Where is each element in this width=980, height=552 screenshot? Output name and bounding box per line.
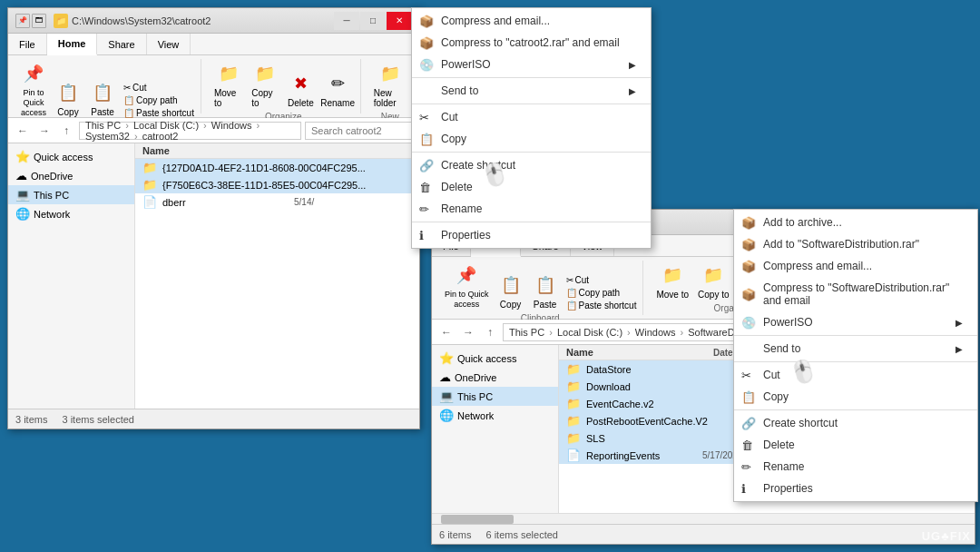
status-items2: 6 items — [439, 529, 471, 540]
cm1-properties[interactable]: ℹ Properties — [412, 224, 651, 246]
organize-items: 📁 Move to 📁 Copy to ✖ Delete ✏ Rename — [211, 59, 357, 110]
sidebar-label-thispc2: This PC — [457, 391, 493, 402]
moveto-btn2[interactable]: 📁 Move to — [652, 261, 692, 301]
sidebar-item-thispc2[interactable]: 💻 This PC — [432, 387, 558, 406]
copypath-btn2[interactable]: 📋 Copy path — [564, 287, 640, 299]
cm2-add-archive[interactable]: 📦 Add to archive... — [734, 212, 977, 233]
copypath-btn1[interactable]: 📋 Copy path — [121, 94, 197, 106]
pin-to-quickaccess-btn[interactable]: 📌 Pin to Quick access — [17, 59, 50, 119]
folder-icon2-3: 📁 — [566, 397, 581, 410]
pin-label2: Pin to Quickaccess — [445, 290, 489, 310]
hscroll2[interactable] — [432, 513, 975, 524]
up-btn2[interactable]: ↑ — [481, 323, 499, 341]
copyto-btn2[interactable]: 📁 Copy to — [694, 261, 732, 301]
pin-label: Pin to Quick access — [21, 88, 46, 117]
delete-btn1[interactable]: ✖ Delete — [284, 69, 317, 110]
cm1-delete[interactable]: 🗑 Delete — [412, 176, 651, 198]
copyto-btn1[interactable]: 📁 Copy to — [248, 59, 282, 110]
onedrive-icon1: ☁ — [15, 169, 27, 182]
tab-file1[interactable]: File — [8, 34, 47, 54]
quick-access-btn[interactable]: 📌 — [15, 14, 30, 28]
sidebar-item-onedrive2[interactable]: ☁ OneDrive — [432, 368, 558, 387]
cm1-label-2: PowerISO — [441, 58, 491, 71]
sidebar-item-network1[interactable]: 🌐 Network — [8, 204, 134, 223]
sidebar-item-network2[interactable]: 🌐 Network — [432, 406, 558, 425]
cm1-poweriso[interactable]: 💿 PowerISO ▶ — [412, 54, 651, 75]
cm1-sendto[interactable]: Send to ▶ — [412, 80, 651, 102]
cm1-copy[interactable]: 📋 Copy — [412, 128, 651, 150]
copyto-label2: Copy to — [698, 290, 729, 300]
cm2-createshortcut[interactable]: 🔗 Create shortcut — [734, 412, 977, 434]
cm2-add-rar[interactable]: 📦 Add to "SoftwareDistribution.rar" — [734, 233, 977, 255]
file-name-2: {F750E6C3-38EE-11D1-85E5-00C04FC295... — [162, 180, 412, 191]
file-row-2[interactable]: 📁 {F750E6C3-38EE-11D1-85E5-00C04FC295... — [135, 176, 419, 193]
cm1-label-3: Send to — [441, 84, 478, 97]
file-name2-2: Download — [586, 381, 757, 392]
clipboard-col: ✂ Cut 📋 Copy path 📋 Paste shortcut — [121, 82, 197, 119]
moveto-btn1[interactable]: 📁 Move to — [211, 59, 246, 110]
folder-icon-2: 📁 — [142, 178, 157, 192]
copy-btn1[interactable]: 📋 Copy — [52, 78, 84, 119]
cm1-icon-copy: 📋 — [419, 133, 434, 146]
cm1-compress-email[interactable]: 📦 Compress and email... — [412, 10, 651, 32]
cm1-compress-catroot-email[interactable]: 📦 Compress to "catroot2.rar" and email — [412, 32, 651, 54]
cm2-compress-email[interactable]: 📦 Compress and email... — [734, 255, 977, 277]
cm2-properties[interactable]: ℹ Properties — [734, 478, 977, 499]
rename-btn1[interactable]: ✏ Rename — [318, 69, 356, 110]
tab-home1[interactable]: Home — [47, 34, 98, 55]
ribbon-body1: 📌 Pin to Quick access 📋 Copy 📋 Paste ✂ — [8, 55, 419, 117]
copy-btn2[interactable]: 📋 Copy — [495, 271, 527, 311]
pin-btn2[interactable]: 📌 Pin to Quickaccess — [441, 261, 493, 311]
cm2-sendto[interactable]: Send to ▶ — [734, 338, 977, 360]
sidebar-item-quickaccess1[interactable]: ⭐ Quick access — [8, 147, 134, 166]
pasteshortcut-btn2[interactable]: 📋 Paste shortcut — [564, 300, 640, 311]
ribbon-group-clipboard2: 📌 Pin to Quickaccess 📋 Copy 📋 Paste ✂ — [437, 261, 643, 315]
minimize-btn1[interactable]: ─ — [334, 12, 359, 30]
maximize-btn1[interactable]: □ — [360, 12, 386, 30]
forward-btn1[interactable]: → — [35, 122, 54, 140]
cut-btn1[interactable]: ✂ Cut — [121, 82, 197, 94]
pasteshortcut-icon1: 📋 — [123, 108, 134, 118]
sidebar-item-quickaccess2[interactable]: ⭐ Quick access — [432, 349, 558, 368]
file-row-1[interactable]: 📁 {127D0A1D-4EF2-11D1-8608-00C04FC295... — [135, 159, 419, 176]
file-row-3[interactable]: 📄 dberr 5/14/ — [135, 193, 419, 211]
network-icon2: 🌐 — [439, 409, 454, 422]
tab-view1[interactable]: View — [147, 34, 191, 54]
new-window-btn[interactable]: 🗔 — [32, 14, 46, 28]
quickaccess-icon1: ⭐ — [15, 150, 30, 163]
paste-btn1[interactable]: 📋 Paste — [86, 78, 119, 119]
cm2-arrow-4: ▶ — [956, 318, 963, 328]
paste-btn2[interactable]: 📋 Paste — [529, 271, 562, 311]
pasteshortcut-icon2: 📋 — [566, 301, 577, 310]
cm1-icon-delete: 🗑 — [419, 181, 431, 194]
cm2-poweriso[interactable]: 💿 PowerISO ▶ — [734, 311, 977, 333]
up-btn1[interactable]: ↑ — [57, 122, 75, 140]
cm1-createshortcut[interactable]: 🔗 Create shortcut — [412, 154, 651, 176]
cm2-copy[interactable]: 📋 Copy — [734, 386, 977, 408]
cm1-rename[interactable]: ✏ Rename — [412, 198, 651, 220]
sidebar-item-thispc1[interactable]: 💻 This PC — [8, 185, 134, 204]
cm2-delete[interactable]: 🗑 Delete — [734, 434, 977, 456]
cm2-label-copy: Copy — [763, 390, 789, 403]
pin-icon: 📌 — [21, 61, 46, 86]
newfolder-btn1[interactable]: 📁 New folder — [370, 59, 410, 110]
address-path1[interactable]: This PC › Local Disk (C:) › Windows › Sy… — [79, 122, 301, 140]
forward-btn2[interactable]: → — [459, 323, 477, 341]
close-btn1[interactable]: ✕ — [387, 12, 412, 30]
cm2-cut[interactable]: ✂ Cut — [734, 364, 977, 386]
cut-btn2[interactable]: ✂ Cut — [564, 274, 640, 286]
sidebar-item-onedrive1[interactable]: ☁ OneDrive — [8, 166, 134, 185]
cm1-icon-rename: ✏ — [419, 202, 429, 216]
cm2-compress-rar-email[interactable]: 📦 Compress to "SoftwareDistribution.rar"… — [734, 277, 977, 311]
rename-icon1: ✏ — [325, 71, 350, 96]
cm1-cut[interactable]: ✂ Cut — [412, 106, 651, 128]
back-btn1[interactable]: ← — [14, 122, 32, 140]
search-box1[interactable] — [305, 122, 414, 140]
tab-share1[interactable]: Share — [97, 34, 146, 54]
hscroll-thumb2[interactable] — [441, 515, 514, 524]
quickaccess-icon2: ⭐ — [439, 351, 454, 365]
cut-label2: Cut — [575, 275, 590, 285]
window1-controls: ─ □ ✕ — [334, 12, 412, 30]
cm2-rename[interactable]: ✏ Rename — [734, 456, 977, 478]
back-btn2[interactable]: ← — [437, 323, 456, 341]
